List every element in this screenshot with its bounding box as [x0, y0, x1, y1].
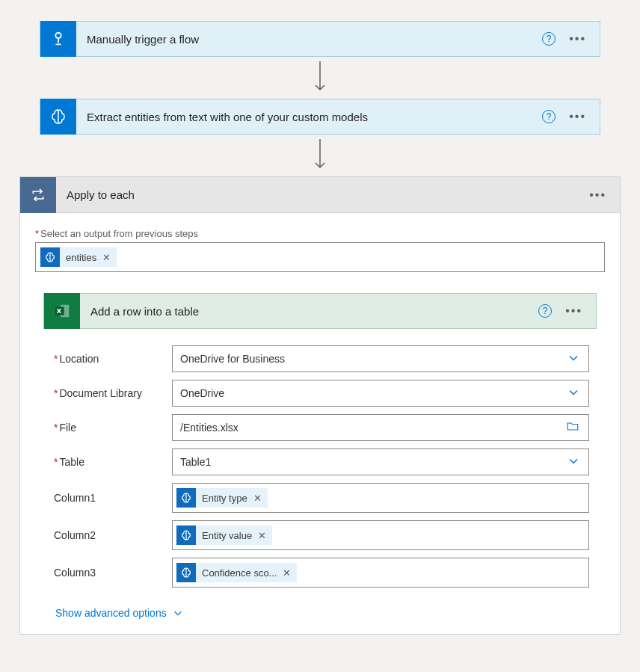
- token-label: entities: [66, 252, 96, 263]
- more-menu[interactable]: •••: [565, 305, 582, 317]
- extract-entities-card[interactable]: Extract entities from text with one of y…: [40, 99, 600, 135]
- column3-input[interactable]: Confidence sco... ✕: [172, 558, 589, 588]
- file-label: *File: [51, 422, 172, 434]
- help-icon[interactable]: ?: [542, 110, 556, 123]
- help-icon[interactable]: ?: [542, 32, 556, 46]
- add-row-form: *Location OneDrive for Business *Documen…: [43, 329, 597, 634]
- loop-icon: [20, 177, 56, 213]
- add-row-card[interactable]: Add a row into a table ? •••: [43, 293, 597, 329]
- remove-token-icon[interactable]: ✕: [102, 252, 111, 263]
- connector-arrow: [311, 60, 329, 96]
- chevron-down-icon: [567, 455, 579, 469]
- confidence-score-token[interactable]: Confidence sco... ✕: [176, 563, 297, 582]
- chevron-down-icon: [567, 352, 579, 366]
- chevron-down-icon: [567, 386, 579, 401]
- connector-arrow: [311, 138, 329, 173]
- add-row-title: Add a row into a table: [80, 305, 538, 318]
- select-output-label: *Select an output from previous steps: [35, 228, 605, 239]
- apply-to-each-header[interactable]: Apply to each •••: [20, 177, 620, 213]
- excel-icon: [44, 293, 80, 329]
- entity-type-token[interactable]: Entity type ✕: [176, 488, 268, 508]
- ai-token-icon: [176, 563, 196, 582]
- trigger-icon: [40, 21, 76, 57]
- extract-entities-title: Extract entities from text with one of y…: [76, 111, 542, 123]
- show-advanced-options[interactable]: Show advanced options: [55, 607, 183, 619]
- more-menu[interactable]: •••: [569, 111, 586, 123]
- select-output-input[interactable]: entities ✕: [35, 242, 605, 272]
- token-label: Confidence sco...: [202, 567, 277, 579]
- trigger-title: Manually trigger a flow: [76, 33, 542, 46]
- doclib-label: *Document Library: [51, 387, 172, 399]
- entity-value-token[interactable]: Entity value ✕: [176, 525, 272, 545]
- doclib-select[interactable]: OneDrive: [172, 380, 589, 407]
- more-menu[interactable]: •••: [569, 33, 586, 45]
- column2-label: Column2: [51, 529, 172, 541]
- ai-builder-icon: [40, 99, 76, 135]
- column3-label: Column3: [51, 567, 172, 579]
- ai-token-icon: [40, 247, 60, 267]
- help-icon[interactable]: ?: [538, 304, 552, 318]
- token-label: Entity value: [202, 530, 252, 541]
- chevron-down-icon: [173, 608, 183, 618]
- table-select[interactable]: Table1: [172, 448, 589, 475]
- more-menu[interactable]: •••: [589, 189, 606, 201]
- ai-token-icon: [176, 525, 196, 545]
- svg-point-0: [55, 33, 61, 38]
- remove-token-icon[interactable]: ✕: [283, 567, 291, 579]
- trigger-card[interactable]: Manually trigger a flow ? •••: [40, 21, 600, 57]
- table-label: *Table: [51, 456, 172, 468]
- column1-label: Column1: [51, 492, 172, 504]
- token-label: Entity type: [202, 493, 247, 504]
- remove-token-icon[interactable]: ✕: [253, 493, 262, 504]
- apply-to-each-title: Apply to each: [56, 188, 589, 201]
- folder-icon[interactable]: [566, 420, 579, 436]
- location-label: *Location: [51, 353, 172, 365]
- column2-input[interactable]: Entity value ✕: [172, 520, 589, 550]
- apply-to-each-container: Apply to each ••• *Select an output from…: [19, 176, 621, 635]
- ai-token-icon: [176, 488, 196, 508]
- column1-input[interactable]: Entity type ✕: [172, 483, 589, 513]
- location-select[interactable]: OneDrive for Business: [172, 345, 589, 372]
- file-picker[interactable]: /Entities.xlsx: [172, 414, 589, 441]
- remove-token-icon[interactable]: ✕: [258, 530, 266, 541]
- entities-token[interactable]: entities ✕: [40, 247, 117, 267]
